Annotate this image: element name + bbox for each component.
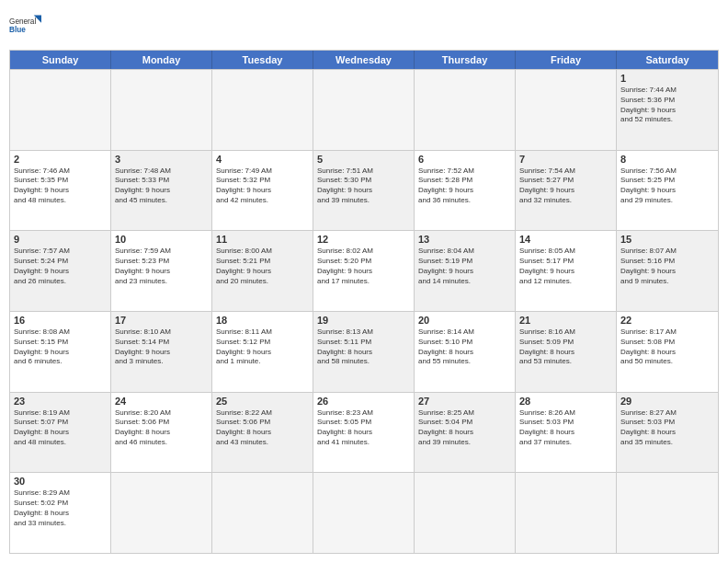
day-info: Sunrise: 8:17 AM Sunset: 5:08 PM Dayligh… xyxy=(620,327,714,367)
cal-cell: 23Sunrise: 8:19 AM Sunset: 5:07 PM Dayli… xyxy=(10,393,111,473)
cal-cell: 10Sunrise: 7:59 AM Sunset: 5:23 PM Dayli… xyxy=(111,231,212,311)
cal-cell xyxy=(415,70,516,150)
day-number: 29 xyxy=(620,396,714,407)
header-day-tuesday: Tuesday xyxy=(212,51,313,69)
cal-cell: 14Sunrise: 8:05 AM Sunset: 5:17 PM Dayli… xyxy=(516,231,617,311)
day-number: 9 xyxy=(14,234,107,245)
header-day-wednesday: Wednesday xyxy=(313,51,415,69)
day-info: Sunrise: 8:16 AM Sunset: 5:09 PM Dayligh… xyxy=(519,327,612,367)
day-number: 4 xyxy=(216,154,309,165)
day-number: 11 xyxy=(216,234,309,245)
day-info: Sunrise: 8:19 AM Sunset: 5:07 PM Dayligh… xyxy=(14,408,107,448)
day-info: Sunrise: 7:52 AM Sunset: 5:28 PM Dayligh… xyxy=(418,167,511,206)
cal-cell: 27Sunrise: 8:25 AM Sunset: 5:04 PM Dayli… xyxy=(415,393,516,473)
cal-cell: 12Sunrise: 8:02 AM Sunset: 5:20 PM Dayli… xyxy=(313,231,415,311)
calendar-header-row: SundayMondayTuesdayWednesdayThursdayFrid… xyxy=(10,51,718,69)
day-number: 27 xyxy=(418,396,511,407)
cal-cell: 5Sunrise: 7:51 AM Sunset: 5:30 PM Daylig… xyxy=(313,151,415,231)
day-number: 23 xyxy=(14,396,107,407)
cal-row-0: 1Sunrise: 7:44 AM Sunset: 5:36 PM Daylig… xyxy=(10,69,718,150)
day-info: Sunrise: 8:08 AM Sunset: 5:15 PM Dayligh… xyxy=(14,327,107,367)
day-info: Sunrise: 8:25 AM Sunset: 5:04 PM Dayligh… xyxy=(418,408,511,448)
cal-cell: 13Sunrise: 8:04 AM Sunset: 5:19 PM Dayli… xyxy=(415,231,516,311)
day-number: 22 xyxy=(620,315,714,326)
day-number: 5 xyxy=(317,154,410,165)
day-info: Sunrise: 8:04 AM Sunset: 5:19 PM Dayligh… xyxy=(418,247,511,286)
header-day-saturday: Saturday xyxy=(617,51,718,69)
cal-cell xyxy=(212,70,313,150)
day-info: Sunrise: 8:11 AM Sunset: 5:12 PM Dayligh… xyxy=(216,327,309,367)
day-number: 10 xyxy=(115,234,208,245)
day-number: 30 xyxy=(14,476,107,487)
header: GeneralBlue xyxy=(9,9,719,42)
cal-cell xyxy=(415,473,516,553)
day-number: 1 xyxy=(620,73,714,84)
day-info: Sunrise: 8:14 AM Sunset: 5:10 PM Dayligh… xyxy=(418,327,511,367)
day-number: 2 xyxy=(14,154,107,165)
day-info: Sunrise: 7:46 AM Sunset: 5:35 PM Dayligh… xyxy=(14,167,107,206)
svg-text:General: General xyxy=(9,17,36,26)
cal-cell: 2Sunrise: 7:46 AM Sunset: 5:35 PM Daylig… xyxy=(10,151,111,231)
day-number: 21 xyxy=(519,315,612,326)
day-info: Sunrise: 8:10 AM Sunset: 5:14 PM Dayligh… xyxy=(115,327,208,367)
cal-cell xyxy=(617,473,718,553)
day-info: Sunrise: 8:13 AM Sunset: 5:11 PM Dayligh… xyxy=(317,327,410,367)
cal-cell: 25Sunrise: 8:22 AM Sunset: 5:06 PM Dayli… xyxy=(212,393,313,473)
header-day-thursday: Thursday xyxy=(415,51,516,69)
cal-cell xyxy=(212,473,313,553)
day-number: 18 xyxy=(216,315,309,326)
cal-cell: 3Sunrise: 7:48 AM Sunset: 5:33 PM Daylig… xyxy=(111,151,212,231)
day-number: 15 xyxy=(620,234,714,245)
day-info: Sunrise: 7:57 AM Sunset: 5:24 PM Dayligh… xyxy=(14,247,107,286)
cal-cell: 26Sunrise: 8:23 AM Sunset: 5:05 PM Dayli… xyxy=(313,393,415,473)
day-number: 7 xyxy=(519,154,612,165)
cal-cell xyxy=(111,70,212,150)
day-info: Sunrise: 8:29 AM Sunset: 5:02 PM Dayligh… xyxy=(14,488,107,528)
day-number: 28 xyxy=(519,396,612,407)
svg-text:Blue: Blue xyxy=(9,26,26,34)
day-number: 8 xyxy=(620,154,714,165)
day-number: 3 xyxy=(115,154,208,165)
day-number: 25 xyxy=(216,396,309,407)
cal-row-1: 2Sunrise: 7:46 AM Sunset: 5:35 PM Daylig… xyxy=(10,150,718,231)
cal-cell: 19Sunrise: 8:13 AM Sunset: 5:11 PM Dayli… xyxy=(313,312,415,392)
calendar: SundayMondayTuesdayWednesdayThursdayFrid… xyxy=(9,50,719,554)
day-info: Sunrise: 8:27 AM Sunset: 5:03 PM Dayligh… xyxy=(620,408,714,448)
cal-cell: 7Sunrise: 7:54 AM Sunset: 5:27 PM Daylig… xyxy=(516,151,617,231)
cal-row-2: 9Sunrise: 7:57 AM Sunset: 5:24 PM Daylig… xyxy=(10,230,718,311)
day-info: Sunrise: 8:20 AM Sunset: 5:06 PM Dayligh… xyxy=(115,408,208,448)
cal-cell: 22Sunrise: 8:17 AM Sunset: 5:08 PM Dayli… xyxy=(617,312,718,392)
header-day-friday: Friday xyxy=(516,51,617,69)
day-info: Sunrise: 8:22 AM Sunset: 5:06 PM Dayligh… xyxy=(216,408,309,448)
cal-cell: 24Sunrise: 8:20 AM Sunset: 5:06 PM Dayli… xyxy=(111,393,212,473)
cal-cell xyxy=(10,70,111,150)
day-info: Sunrise: 7:51 AM Sunset: 5:30 PM Dayligh… xyxy=(317,167,410,206)
day-info: Sunrise: 7:59 AM Sunset: 5:23 PM Dayligh… xyxy=(115,247,208,286)
cal-cell: 9Sunrise: 7:57 AM Sunset: 5:24 PM Daylig… xyxy=(10,231,111,311)
page: GeneralBlue SundayMondayTuesdayWednesday… xyxy=(0,0,728,563)
header-day-sunday: Sunday xyxy=(10,51,111,69)
cal-cell: 17Sunrise: 8:10 AM Sunset: 5:14 PM Dayli… xyxy=(111,312,212,392)
cal-cell xyxy=(516,70,617,150)
day-number: 12 xyxy=(317,234,410,245)
cal-cell: 15Sunrise: 8:07 AM Sunset: 5:16 PM Dayli… xyxy=(617,231,718,311)
day-info: Sunrise: 8:07 AM Sunset: 5:16 PM Dayligh… xyxy=(620,247,714,286)
day-number: 24 xyxy=(115,396,208,407)
cal-row-5: 30Sunrise: 8:29 AM Sunset: 5:02 PM Dayli… xyxy=(10,472,718,553)
day-info: Sunrise: 7:54 AM Sunset: 5:27 PM Dayligh… xyxy=(519,167,612,206)
cal-cell: 8Sunrise: 7:56 AM Sunset: 5:25 PM Daylig… xyxy=(617,151,718,231)
day-info: Sunrise: 7:49 AM Sunset: 5:32 PM Dayligh… xyxy=(216,167,309,206)
day-info: Sunrise: 8:05 AM Sunset: 5:17 PM Dayligh… xyxy=(519,247,612,286)
calendar-body: 1Sunrise: 7:44 AM Sunset: 5:36 PM Daylig… xyxy=(10,69,718,553)
day-info: Sunrise: 8:02 AM Sunset: 5:20 PM Dayligh… xyxy=(317,247,410,286)
day-number: 14 xyxy=(519,234,612,245)
day-info: Sunrise: 7:48 AM Sunset: 5:33 PM Dayligh… xyxy=(115,167,208,206)
day-info: Sunrise: 7:44 AM Sunset: 5:36 PM Dayligh… xyxy=(620,86,714,125)
header-day-monday: Monday xyxy=(111,51,212,69)
cal-cell: 1Sunrise: 7:44 AM Sunset: 5:36 PM Daylig… xyxy=(617,70,718,150)
cal-cell: 6Sunrise: 7:52 AM Sunset: 5:28 PM Daylig… xyxy=(415,151,516,231)
cal-cell: 30Sunrise: 8:29 AM Sunset: 5:02 PM Dayli… xyxy=(10,473,111,553)
day-number: 17 xyxy=(115,315,208,326)
cal-cell xyxy=(516,473,617,553)
day-number: 20 xyxy=(418,315,511,326)
